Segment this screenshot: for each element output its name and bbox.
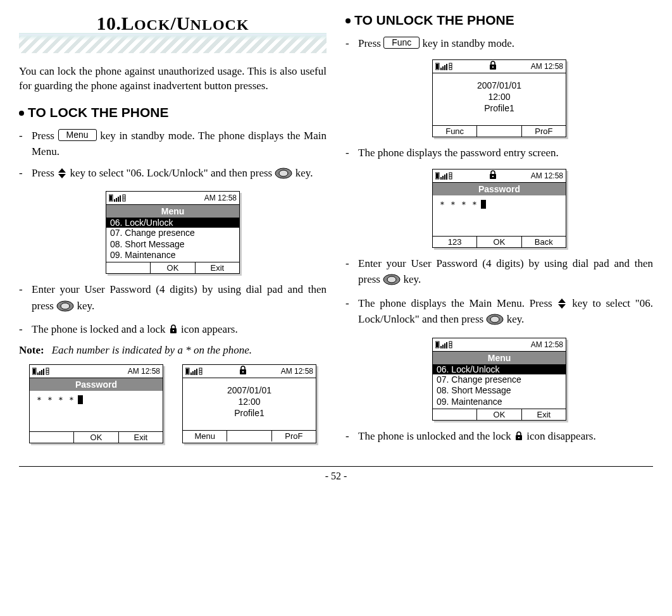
- softkey-left: Menu: [183, 431, 227, 441]
- ok-key-icon: [486, 314, 504, 330]
- menu-key: Menu: [58, 129, 97, 141]
- chapter-title: 10.LOCK/UNLOCK: [19, 13, 327, 34]
- softkey-center: [477, 126, 521, 137]
- page-number: - 52 -: [19, 471, 653, 482]
- status-icons: [32, 367, 53, 375]
- func-key: Func: [383, 37, 420, 49]
- status-time: AM 12:58: [128, 367, 160, 376]
- menu-item: 09. Maintenance: [433, 397, 566, 408]
- softkey-center: OK: [74, 432, 118, 443]
- status-time: AM 12:58: [531, 340, 563, 349]
- note: Note:Each number is indicated by a * on …: [19, 344, 327, 357]
- section-lock-heading: TO LOCK THE PHONE: [19, 105, 327, 120]
- text-cursor: [78, 395, 83, 404]
- bullet-icon: [19, 111, 24, 116]
- standby-clock: 12:00: [183, 396, 316, 407]
- status-time: AM 12:58: [204, 194, 237, 202]
- status-time: AM 12:58: [531, 62, 563, 71]
- softkey-left: 123: [433, 237, 477, 247]
- lock-icon: [514, 429, 524, 446]
- menu-item: 08. Short Message: [433, 385, 566, 397]
- softkey-right: Back: [522, 237, 566, 247]
- standby-clock: 12:00: [433, 91, 566, 102]
- decorative-divider: [19, 33, 327, 53]
- password-masked: ＊＊＊＊: [35, 395, 78, 406]
- menu-item: 07. Change presence: [106, 228, 239, 239]
- status-time: AM 12:58: [281, 367, 313, 376]
- softkey-center: OK: [477, 237, 521, 247]
- softkey-left: [106, 262, 151, 273]
- up-down-icon: [57, 168, 67, 179]
- softkey-center: OK: [477, 409, 521, 420]
- phone-screen-password-unlock: AM 12:58 Password ＊＊＊＊ 123 OK Back: [432, 169, 566, 248]
- section-unlock-heading: TO UNLOCK THE PHONE: [345, 13, 653, 28]
- phone-screen-menu: AM 12:58 Menu 06. Lock/Unlock 07. Change…: [106, 191, 240, 274]
- status-time: AM 12:58: [531, 171, 563, 180]
- standby-profile: Profile1: [433, 102, 566, 114]
- softkey-center: OK: [151, 262, 195, 273]
- list-item: - Enter your User Password (4 digits) by…: [345, 256, 653, 290]
- up-down-icon: [557, 298, 567, 309]
- status-icons: [109, 194, 129, 202]
- text-cursor: [481, 200, 486, 209]
- screen-title: Password: [433, 183, 566, 195]
- softkey-left: [30, 432, 74, 443]
- screen-title: Menu: [433, 352, 566, 364]
- lock-icon: [488, 169, 498, 182]
- softkey-right: Exit: [196, 262, 239, 273]
- footer-rule: [19, 466, 653, 467]
- menu-item-selected: 06. Lock/Unlock: [106, 218, 239, 228]
- phone-screen-password: AM 12:58 Password ＊＊＊＊ OK Exit: [29, 364, 163, 443]
- list-item: - The phone is locked and a lock icon ap…: [19, 321, 327, 339]
- list-item: - The phone is unlocked and the lock ico…: [345, 428, 653, 446]
- list-item: - The phone displays the password entry …: [345, 145, 653, 161]
- list-item: - Press Func key in standby mode.: [345, 35, 653, 52]
- password-masked: ＊＊＊＊: [438, 199, 481, 211]
- status-icons: [435, 172, 456, 180]
- menu-item: 08. Short Message: [106, 239, 239, 250]
- ok-key-icon: [275, 168, 292, 184]
- phone-screen-menu-unlock: AM 12:58 Menu 06. Lock/Unlock 07. Change…: [432, 338, 566, 421]
- status-icons: [435, 63, 456, 70]
- status-icons: [185, 367, 206, 375]
- phone-screen-locked-standby: AM 12:58 2007/01/01 12:00 Profile1 Menu …: [182, 364, 316, 443]
- lock-icon: [168, 323, 178, 339]
- menu-item: 09. Maintenance: [106, 250, 239, 261]
- menu-item-selected: 06. Lock/Unlock: [433, 364, 566, 374]
- softkey-center: [227, 431, 271, 441]
- softkey-right: Exit: [119, 432, 163, 443]
- softkey-right: ProF: [272, 431, 316, 441]
- standby-date: 2007/01/01: [183, 385, 316, 396]
- screen-title: Menu: [106, 205, 239, 218]
- list-item: - Press key to select "06. Lock/Unlock" …: [19, 165, 327, 184]
- lock-icon: [238, 365, 248, 377]
- screen-title: Password: [30, 378, 163, 391]
- intro-text: You can lock the phone against unauthori…: [19, 65, 327, 94]
- list-item: - The phone displays the Main Menu. Pres…: [345, 295, 653, 330]
- phone-screen-func-standby: AM 12:58 2007/01/01 12:00 Profile1 Func …: [432, 59, 566, 138]
- bullet-icon: [345, 18, 351, 23]
- standby-profile: Profile1: [183, 407, 316, 419]
- menu-item: 07. Change presence: [433, 374, 566, 386]
- softkey-right: Exit: [522, 409, 566, 420]
- ok-key-icon: [56, 300, 74, 317]
- list-item: - Enter your User Password (4 digits) by…: [19, 281, 327, 316]
- standby-date: 2007/01/01: [433, 80, 566, 91]
- lock-icon: [488, 60, 498, 72]
- softkey-left: [433, 409, 477, 420]
- softkey-left: Func: [433, 126, 477, 137]
- softkey-right: ProF: [522, 126, 566, 137]
- status-icons: [435, 341, 456, 348]
- list-item: - Press Menu key in standby mode. The ph…: [19, 128, 327, 160]
- ok-key-icon: [383, 274, 401, 290]
